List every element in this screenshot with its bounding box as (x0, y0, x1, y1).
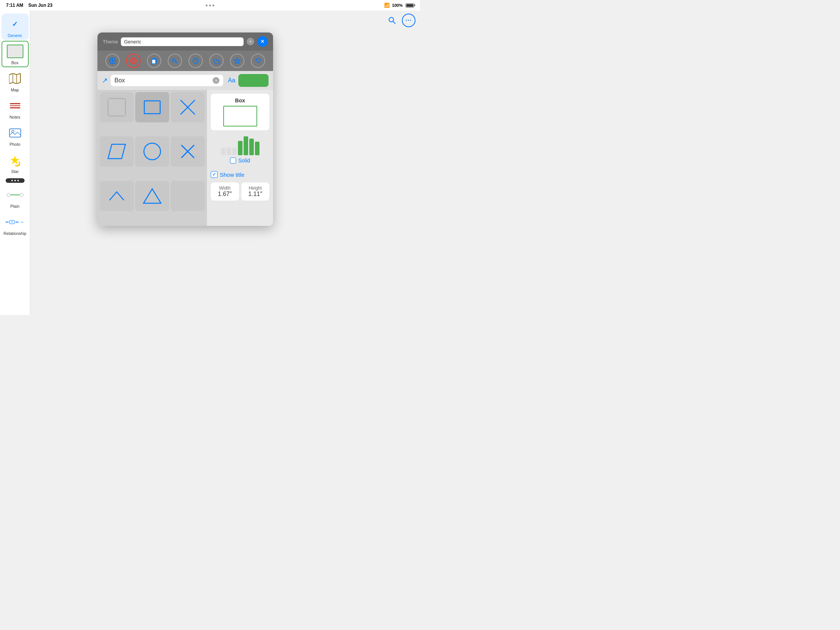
sidebar-map-label: Map (11, 88, 19, 92)
sidebar-item-photo[interactable]: Photo (2, 122, 29, 149)
status-time: 7:11 AM Sun Jun 23 (6, 3, 52, 8)
sidebar-item-generic[interactable]: ✓ Generic (2, 14, 29, 40)
shape-parallelogram[interactable] (100, 136, 134, 167)
color-bar-7[interactable] (255, 142, 259, 155)
toolbar-star-button[interactable] (230, 54, 245, 68)
svg-rect-18 (144, 101, 160, 114)
back-arrow-icon[interactable]: ↗ (102, 76, 107, 85)
props-panel: Box Solid (207, 90, 273, 226)
dialog-close-button[interactable]: × (257, 36, 268, 47)
toolbar-copy-button[interactable] (147, 54, 161, 68)
battery-icon (406, 3, 414, 8)
svg-marker-15 (234, 58, 240, 63)
main-content: Theme × × (30, 11, 420, 315)
svg-rect-26 (177, 185, 199, 207)
svg-line-1 (393, 22, 395, 24)
svg-marker-25 (144, 189, 161, 203)
svg-marker-2 (9, 73, 21, 84)
color-swatch-button[interactable] (238, 74, 268, 87)
dot-2 (14, 180, 16, 181)
font-style-button[interactable]: Aa (228, 77, 235, 84)
svg-point-0 (389, 17, 393, 22)
dialog-header: Theme × × (98, 33, 273, 51)
height-box: Height 1.11″ (242, 182, 270, 201)
map-icon (7, 70, 24, 87)
sidebar-item-plain[interactable]: Plain (2, 184, 29, 211)
theme-input[interactable] (121, 37, 244, 46)
svg-line-17 (108, 99, 125, 116)
sidebar-item-box[interactable]: Box (2, 41, 29, 67)
color-bar-5[interactable] (244, 136, 248, 155)
theme-label-text: Theme (103, 39, 118, 44)
sidebar: ✓ Generic Box Map Notes (0, 11, 30, 315)
sidebar-star-label: Star (11, 169, 19, 174)
shape-chevron[interactable] (100, 181, 134, 211)
sidebar-item-star[interactable]: ★ 🌙 Star (2, 150, 29, 176)
solid-label: Solid (238, 158, 250, 164)
svg-marker-21 (108, 144, 125, 159)
svg-rect-10 (152, 59, 156, 64)
toolbar-add-button[interactable] (105, 54, 120, 68)
status-bar: 7:11 AM Sun Jun 23 📶 100% (0, 0, 420, 11)
more-button[interactable]: ··· (402, 14, 415, 27)
generic-check-icon: ✓ (7, 16, 24, 33)
battery-pct: 100% (392, 3, 403, 8)
box-thumb-icon (7, 43, 24, 60)
color-bar-2[interactable] (227, 148, 231, 155)
shape-search-input[interactable] (114, 77, 210, 84)
color-bar-4[interactable] (238, 141, 243, 155)
photo-icon (7, 125, 24, 141)
sidebar-separator (6, 178, 25, 183)
shape-circle[interactable] (135, 136, 169, 167)
sidebar-photo-label: Photo (9, 142, 21, 147)
sidebar-item-map[interactable]: Map (2, 68, 29, 95)
theme-dialog: Theme × × (98, 33, 273, 226)
relationship-icon: ✕ → (7, 214, 24, 231)
dialog-body: Box Solid (98, 90, 273, 226)
sidebar-plain-label: Plain (10, 204, 19, 208)
solid-checkbox[interactable] (230, 158, 236, 164)
shape-empty[interactable] (171, 181, 205, 211)
color-bar-1[interactable] (221, 148, 226, 155)
shape-none[interactable] (100, 92, 134, 122)
sidebar-generic-label: Generic (8, 33, 22, 38)
toolbar-gesture-button[interactable] (209, 54, 224, 68)
solid-row[interactable]: Solid (230, 158, 250, 164)
search-input-wrap: × (111, 75, 223, 86)
svg-point-11 (172, 59, 175, 62)
shapes-panel (98, 90, 207, 226)
search-clear-button[interactable]: × (213, 77, 219, 84)
sidebar-notes-label: Notes (9, 115, 21, 119)
toolbar-key-button[interactable] (168, 54, 182, 68)
show-title-checkbox[interactable]: ✓ (211, 171, 218, 178)
toolbar-undo-button[interactable] (251, 54, 265, 68)
color-bars (221, 136, 259, 155)
toolbar-delete-button[interactable] (126, 54, 141, 68)
sidebar-item-notes[interactable]: Notes (2, 95, 29, 122)
dialog-toolbar (98, 51, 273, 71)
status-dot-3 (213, 5, 215, 6)
shape-rectangle[interactable] (135, 92, 169, 122)
color-bar-6[interactable] (249, 139, 254, 155)
show-title-row[interactable]: ✓ Show title (211, 170, 269, 179)
toolbar-history-button[interactable] (188, 54, 203, 68)
sidebar-item-relationship[interactable]: ✕ → Relationship (2, 212, 29, 238)
top-right-buttons: ··· (385, 11, 415, 30)
star-icon: ★ 🌙 (7, 152, 24, 169)
status-dot-2 (209, 5, 211, 6)
box-preview: Box (211, 94, 269, 130)
show-title-text: Show title (220, 172, 245, 178)
shape-lines-cross[interactable] (171, 92, 205, 122)
dot-3 (17, 180, 19, 181)
search-button[interactable] (385, 14, 399, 27)
color-bar-3[interactable] (232, 148, 237, 155)
width-label: Width (215, 185, 235, 191)
sidebar-relationship-label: Relationship (3, 231, 27, 236)
theme-clear-button[interactable]: × (246, 38, 254, 45)
shape-triangle[interactable] (135, 181, 169, 211)
svg-point-22 (144, 143, 161, 160)
height-value: 1.11″ (245, 191, 266, 197)
shape-x[interactable] (171, 136, 205, 167)
svg-point-4 (12, 130, 14, 133)
width-box: Width 1.67″ (211, 182, 239, 201)
